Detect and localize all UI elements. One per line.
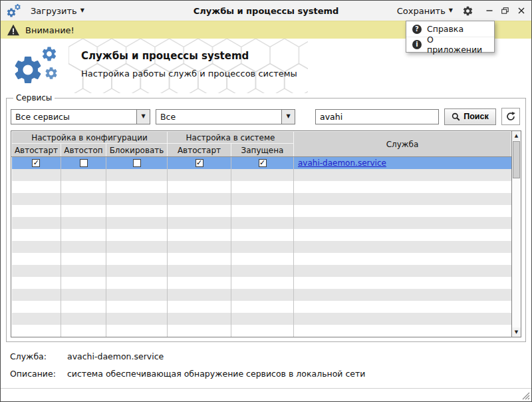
empty-row: [12, 277, 511, 289]
config-group-header: Настройка в конфигурации: [12, 132, 168, 144]
info-icon: i: [412, 40, 422, 49]
search-icon: [452, 112, 460, 121]
checkbox-cell: [106, 157, 168, 169]
column-header-system-running: Запущена: [231, 144, 294, 157]
warning-icon: [7, 24, 20, 36]
description-label: Описание:: [10, 369, 67, 379]
search-button[interactable]: Поиск: [444, 108, 496, 125]
state-filter-select-arrow[interactable]: ▼: [281, 110, 295, 124]
settings-gear-icon[interactable]: [462, 5, 473, 17]
titlebar: Загрузить ▼ Службы и процессы systemd Со…: [1, 1, 531, 21]
app-logo-gears-icon: [10, 44, 66, 88]
menu-item-about-label: О приложении: [427, 35, 488, 55]
empty-row: [12, 289, 511, 301]
menu-item-help-label: Справка: [427, 24, 464, 34]
app-window: Загрузить ▼ Службы и процессы systemd Со…: [0, 0, 532, 402]
empty-row: [12, 193, 511, 205]
minimize-button[interactable]: [484, 6, 494, 16]
save-menu-label: Сохранить: [397, 6, 446, 16]
services-table-body: ✓✓✓avahi-daemon.service: [12, 157, 511, 337]
maximize-button[interactable]: [500, 6, 510, 16]
window-controls: [484, 6, 526, 16]
hexagon-pattern: [68, 39, 308, 93]
empty-row: [12, 325, 511, 337]
search-button-label: Поиск: [464, 112, 489, 121]
chevron-down-icon: ▼: [80, 8, 84, 13]
scroll-down-icon: ▼: [515, 329, 518, 335]
close-icon: [518, 7, 525, 14]
scroll-up-button[interactable]: ▲: [512, 131, 521, 140]
vertical-scrollbar[interactable]: ▲ ▼: [511, 131, 521, 337]
minimize-icon: [486, 7, 493, 14]
chevron-down-icon: ▼: [449, 8, 453, 13]
scroll-down-button[interactable]: ▼: [512, 327, 521, 337]
load-menu-label: Загрузить: [31, 6, 77, 16]
service-name-cell: avahi-daemon.service: [294, 157, 511, 169]
detail-service-row: Служба: avachi-daemon.service: [10, 351, 522, 361]
restore-icon: [501, 7, 509, 14]
page-subtitle: Настройка работы служб и процессов систе…: [81, 69, 297, 79]
resize-grip[interactable]: [521, 391, 530, 400]
close-button[interactable]: [516, 6, 526, 16]
empty-row: [12, 205, 511, 217]
menu-item-about[interactable]: i О приложении: [406, 37, 494, 52]
service-link[interactable]: avahi-daemon.service: [298, 158, 386, 168]
empty-row: [12, 229, 511, 241]
refresh-icon: [505, 111, 516, 122]
chevron-down-icon: ▼: [286, 114, 290, 119]
checkbox-cell: ✓: [168, 157, 231, 169]
service-type-select-value: Все сервисы: [11, 110, 136, 124]
checkbox-cell: ✓: [12, 157, 61, 169]
empty-row: [12, 169, 511, 181]
detail-description-row: Описание: система обеспечивающая обнаруж…: [10, 369, 522, 379]
state-filter-select-value: Все: [156, 110, 281, 124]
filter-controls: Все сервисы ▼ Все ▼ Поиск: [11, 108, 521, 125]
checkbox-unchecked[interactable]: [80, 159, 88, 167]
services-table: Настройка в конфигурации Настройка в сис…: [11, 131, 511, 337]
scroll-track[interactable]: [512, 140, 521, 327]
chevron-down-icon: ▼: [141, 114, 145, 119]
column-header-config-block: Блокировать: [106, 144, 168, 157]
refresh-button[interactable]: [501, 108, 520, 125]
warning-text: Внимание!: [25, 25, 74, 35]
empty-row: [12, 313, 511, 325]
checkbox-unchecked[interactable]: [133, 159, 141, 167]
system-group-header: Настройка в системе: [168, 132, 294, 144]
empty-row: [12, 253, 511, 265]
services-table-container: Настройка в конфигурации Настройка в сис…: [11, 130, 521, 337]
load-menu-button[interactable]: Загрузить ▼: [31, 6, 84, 16]
search-input[interactable]: [315, 109, 439, 124]
description-value: система обеспечивающая обнаружение серви…: [67, 369, 365, 379]
checkbox-checked[interactable]: ✓: [32, 159, 40, 167]
save-menu-button[interactable]: Сохранить ▼: [397, 6, 453, 16]
state-filter-select[interactable]: Все ▼: [156, 109, 295, 124]
app-menu: ? Справка i О приложении: [406, 21, 495, 53]
service-type-select[interactable]: Все сервисы ▼: [11, 109, 150, 124]
help-icon: ?: [412, 25, 422, 34]
empty-row: [12, 181, 511, 193]
service-type-select-arrow[interactable]: ▼: [136, 110, 150, 124]
service-value: avachi-daemon.service: [67, 351, 164, 361]
services-legend: Сервисы: [13, 93, 55, 102]
service-column-header: Служба: [294, 132, 511, 157]
checkbox-checked[interactable]: ✓: [196, 159, 203, 167]
column-header-system-autostart: Автостарт: [168, 144, 231, 157]
service-label: Служба:: [10, 351, 67, 361]
services-groupbox: Сервисы Все сервисы ▼ Все ▼ Поиск: [6, 93, 526, 342]
checkbox-cell: ✓: [231, 157, 294, 169]
checkbox-checked[interactable]: ✓: [259, 159, 267, 167]
scroll-up-icon: ▲: [515, 133, 518, 138]
scroll-thumb[interactable]: [513, 141, 520, 178]
app-gears-icon: [6, 3, 23, 19]
column-header-config-autostart: Автостарт: [12, 144, 61, 157]
empty-row: [12, 301, 511, 313]
column-header-config-autostop: Автостоп: [61, 144, 106, 157]
empty-row: [12, 265, 511, 277]
empty-row: [12, 241, 511, 253]
checkbox-cell: [61, 157, 106, 169]
service-row[interactable]: ✓✓✓avahi-daemon.service: [12, 157, 511, 169]
empty-row: [12, 217, 511, 229]
statusbar: [1, 388, 531, 401]
details-panel: Служба: avachi-daemon.service Описание: …: [1, 342, 531, 389]
page-title: Службы и процессы systemd: [81, 50, 249, 62]
